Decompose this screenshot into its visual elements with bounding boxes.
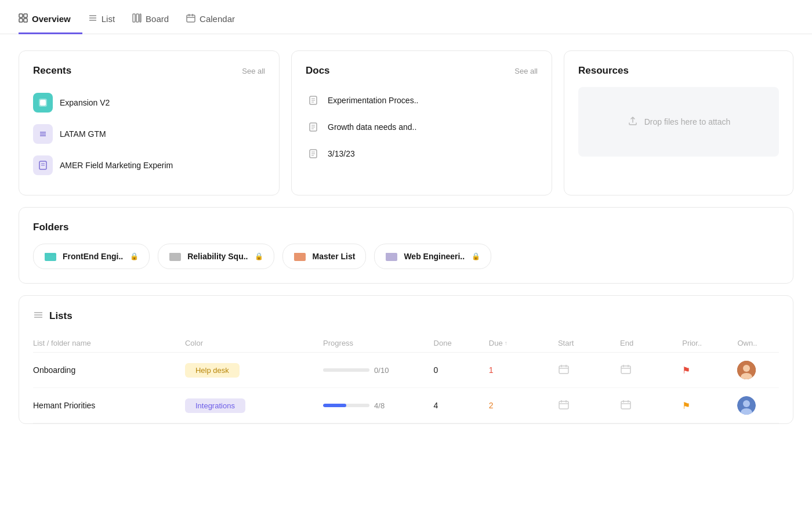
row-1-name: Hemant Priorities [33,388,185,423]
row-0-start[interactable] [558,353,620,388]
recent-label-2: AMER Field Marketing Experim [60,161,173,170]
tab-overview[interactable]: Overview [19,5,82,34]
svg-rect-60 [621,401,630,409]
board-icon [132,13,142,24]
lists-icon [33,310,44,322]
svg-rect-1 [24,14,27,17]
svg-rect-49 [621,366,630,374]
folder-icon-1 [169,250,182,263]
doc-item-2[interactable]: 3/13/23 [306,140,538,167]
folder-lock-0: 🔒 [130,252,139,260]
folders-title: Folders [33,222,68,233]
col-header-priority: Prior.. [682,334,737,353]
row-0-color-badge: Help desk [185,363,240,378]
drop-zone[interactable]: Drop files here to attach [578,87,779,157]
recent-item-1[interactable]: LATAM GTM [33,118,265,150]
folder-lock-3: 🔒 [472,252,480,260]
tab-board[interactable]: Board [132,5,180,34]
docs-header: Docs See all [306,65,538,77]
row-1-owner [737,388,779,423]
lists-table: List / folder name Color Progress Done D… [33,334,779,423]
docs-title: Docs [306,65,330,77]
list-icon [88,13,97,24]
row-0-name: Onboarding [33,353,185,388]
svg-rect-35 [45,253,49,255]
folder-chip-3[interactable]: Web Engineeri.. 🔒 [374,244,491,269]
col-header-name: List / folder name [33,334,185,353]
row-0-priority: ⚑ [682,353,737,388]
recent-icon-2 [33,155,53,175]
upload-icon [627,115,639,129]
row-0-owner [737,353,779,388]
row-1-color: Integrations [185,388,323,423]
svg-rect-15 [40,100,46,106]
svg-rect-39 [294,253,299,255]
docs-see-all[interactable]: See all [514,67,538,75]
folder-chip-0[interactable]: FrontEnd Engi.. 🔒 [33,244,150,269]
row-0-progress-label: 0/10 [374,366,389,375]
folder-icon-2 [293,250,306,263]
doc-label-2: 3/13/23 [328,149,355,158]
row-0-color: Help desk [185,353,323,388]
row-0-end[interactable] [620,353,682,388]
recent-item-2[interactable]: AMER Field Marketing Experim [33,150,265,181]
folder-label-2: Master List [312,252,355,261]
row-1-done: 4 [434,388,489,423]
recent-icon-0 [33,93,53,113]
recent-item-0[interactable]: Expansion V2 [33,87,265,118]
drop-zone-label: Drop files here to attach [644,117,731,126]
table-header-row: List / folder name Color Progress Done D… [33,334,779,353]
folder-icon-3 [385,250,398,263]
folder-chip-2[interactable]: Master List [282,244,366,269]
svg-rect-0 [19,14,23,17]
row-1-progress: 4/8 [323,388,434,423]
folder-label-1: Reliability Squ.. [187,252,248,261]
tab-list[interactable]: List [88,5,126,34]
tab-calendar[interactable]: Calendar [186,5,246,34]
doc-item-0[interactable]: Experimentation Proces.. [306,87,538,114]
row-0-due: 1 [489,353,558,388]
folders-card: Folders FrontEnd Engi.. 🔒 Reliability Sq… [19,207,793,284]
svg-rect-7 [133,14,135,22]
svg-rect-2 [19,19,23,22]
lists-title: Lists [49,310,72,322]
tab-overview-label: Overview [32,14,71,24]
doc-icon-1 [306,119,321,135]
recent-icon-1 [33,124,53,144]
svg-rect-37 [169,253,174,255]
row-1-start[interactable] [558,388,620,423]
table-row-0[interactable]: Onboarding Help desk 0/10 [33,353,779,388]
svg-rect-9 [140,14,141,22]
folder-lock-1: 🔒 [255,252,263,260]
col-header-end: End [620,334,682,353]
folder-chip-1[interactable]: Reliability Squ.. 🔒 [158,244,274,269]
row-1-flag: ⚑ [682,401,690,411]
svg-rect-45 [559,366,568,374]
row-1-priority: ⚑ [682,388,737,423]
doc-label-0: Experimentation Proces.. [328,96,418,105]
row-1-progress-label: 4/8 [374,401,385,410]
resources-card: Resources Drop files here to attach [564,50,793,195]
row-0-flag: ⚑ [682,365,690,375]
doc-icon-0 [306,93,321,108]
col-header-start: Start [558,334,620,353]
doc-item-1[interactable]: Growth data needs and.. [306,114,538,140]
svg-point-54 [743,365,750,372]
folders-row: FrontEnd Engi.. 🔒 Reliability Squ.. 🔒 Ma… [33,244,779,269]
table-row-1[interactable]: Hemant Priorities Integrations 4/8 [33,388,779,423]
row-0-avatar [737,361,756,379]
row-1-color-badge: Integrations [185,398,245,413]
nav-tabs: Overview List Board Calendar [0,5,812,34]
row-1-end[interactable] [620,388,682,423]
lists-card: Lists List / folder name Color Progress … [19,295,793,424]
overview-icon [19,13,28,24]
recents-see-all[interactable]: See all [242,67,265,75]
lists-title-row: Lists [33,310,779,322]
folder-label-0: FrontEnd Engi.. [63,252,123,261]
resources-header: Resources [578,65,779,77]
row-1-due: 2 [489,388,558,423]
col-header-progress: Progress [323,334,434,353]
folder-label-3: Web Engineeri.. [404,252,465,261]
svg-rect-8 [136,14,139,22]
col-header-due[interactable]: Due ↑ [489,334,558,353]
